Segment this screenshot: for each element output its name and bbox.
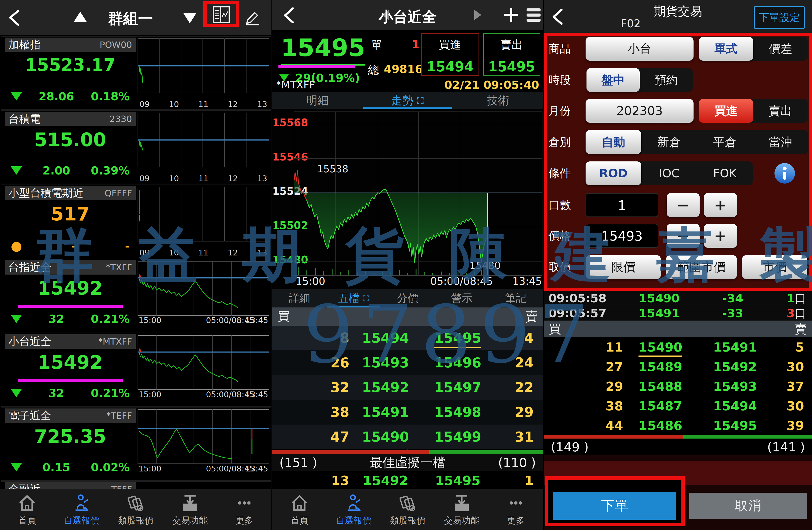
sort-up-icon[interactable] [74,12,87,22]
ask-box[interactable]: 賣出 15495 [483,33,540,76]
book-row[interactable]: 27 15489 15492 30 [544,357,812,376]
edit-pencil-icon[interactable] [244,7,263,26]
watch-row-tsmc[interactable]: 台積電2330 515.00 2.000.39% 0910111213 [1,110,272,184]
bid-qty: 8 [272,330,349,346]
bid-price: 15491 [349,404,422,420]
nav-more[interactable]: 更多 [489,489,543,530]
book-row[interactable]: 38 15491 15498 29 [272,400,543,425]
tab-detail2[interactable]: 詳細 [272,289,327,307]
bottom-nav: 首頁 自選報價 類股報價 交易功能 更多 [272,489,543,530]
ask-qty: 4 [494,330,543,346]
quote-panel: 小台近全 15495 29(0.19%) 單 1 總 49816 買進 1549… [272,0,543,530]
qty-minus-button[interactable]: − [667,193,700,217]
nav-sector-quotes[interactable]: 類股報價 [380,489,435,530]
fok-button[interactable]: FOK [697,161,753,185]
order-settings-button[interactable]: 下單設定 [754,6,805,29]
rod-button[interactable]: ROD [585,161,641,185]
buy-total: (151 ) [279,455,317,470]
reserve-button[interactable]: 預約 [640,68,693,92]
book-row[interactable]: 47 15490 15499 31 [272,425,543,449]
watch-row-tf-fut[interactable]: 金融近TFFF [1,481,272,489]
bid-price: 15493 [349,355,422,371]
new-position-button[interactable]: 新倉 [641,130,697,154]
ask-qty: 1 [494,473,543,488]
nav-watch-quotes[interactable]: 自選報價 [54,489,109,530]
menu-icon[interactable] [525,6,542,23]
book-row[interactable]: 38 15487 15494 30 [544,396,812,416]
sell-ratio [683,435,812,439]
buy-side-button[interactable]: 買進 [699,99,753,123]
intraday-chart[interactable]: 15568 15546 15524 15502 15480 [272,109,543,289]
spread-type-button[interactable]: 價差 [753,37,808,61]
form-row-qty: 口數 1 − + [547,193,809,217]
auto-position-button[interactable]: 自動 [585,130,641,154]
trade-change: -34 [698,291,768,305]
watch-row-te-fut[interactable]: 電子近全*TEFF 725.35 0.150.02% 15:0005:00/08… [1,407,272,481]
ioc-button[interactable]: IOC [641,161,697,185]
back-icon[interactable] [6,9,23,27]
grid-chart-view-icon[interactable] [212,5,230,24]
book-row[interactable]: 44 15486 15495 39 [544,416,812,435]
nav-watch-quotes[interactable]: 自選報價 [327,489,380,530]
trade-qty: 1 [786,291,795,305]
bid-qty: 29 [544,379,623,394]
next-symbol-icon[interactable] [474,10,481,20]
daytrade-button[interactable]: 當沖 [753,130,808,154]
product-label: 商品 [549,37,571,61]
y-tick: 15568 [272,117,292,129]
price-input[interactable]: 15493 [585,224,658,248]
book-row[interactable]: 26 15493 15496 24 [272,350,543,375]
watch-row-powindex[interactable]: 加權指POW00 15523.17 28.060.18% 0910111213 [1,36,272,110]
symbol-code: *TEFF [106,411,132,421]
intraday-button[interactable]: 盤中 [586,68,640,92]
add-icon[interactable] [503,6,520,23]
nav-home[interactable]: 首頁 [0,489,54,530]
bid-box[interactable]: 買進 15494 [421,33,479,76]
tab-technical[interactable]: 技術 [453,92,543,109]
book-row[interactable]: 11 15490 15491 5 [544,337,812,357]
tape-row: 09:05:58 15490 -34 1口 [544,291,812,306]
bottom-nav: 首頁 自選報價 類股報價 交易功能 更多 [0,489,272,530]
tab-detail[interactable]: 明細 [272,92,363,109]
book-row[interactable]: 32 15492 15497 22 [272,375,543,400]
price-minus-button[interactable]: − [667,224,700,248]
bid-price-value: 15490 [638,340,682,357]
submit-order-button[interactable]: 下單 [553,492,676,520]
watch-row-mtx-fut[interactable]: 小台近全*MTXFF 15492 320.21% 15:0005:00/08:4… [1,333,272,406]
limit-price-button[interactable]: 限價 [585,255,661,279]
cancel-button[interactable]: 取消 [689,493,807,519]
range-market-button[interactable]: 範圍市價 [666,255,737,279]
sell-side-button[interactable]: 賣出 [753,99,808,123]
ellipsis-icon [506,493,526,513]
tab-five-depth[interactable]: 五檔 [327,289,380,307]
nav-more[interactable]: 更多 [217,489,272,530]
price-plus-button[interactable]: + [704,224,737,248]
active-tab-underline [363,107,452,109]
tab-price-dist[interactable]: 分價 [380,289,435,307]
qty-plus-button[interactable]: + [704,193,737,217]
product-button[interactable]: 小台 [585,37,694,61]
nav-sector-quotes[interactable]: 類股報價 [109,489,163,530]
month-button[interactable]: 202303 [585,99,694,123]
nav-trade-functions[interactable]: 交易功能 [435,489,489,530]
watchlist-title: 群組一 [98,9,163,29]
group-dropdown-icon[interactable] [183,13,197,23]
qty-input[interactable]: 1 [585,193,658,217]
total-vol-label: 總 [368,62,379,77]
watch-row-tx-fut[interactable]: 台指近全*TXFF 15492 320.21% 15:0005:00/08:45… [1,259,272,332]
person-icon [72,493,91,513]
book-row[interactable]: 29 15488 15493 37 [544,376,812,396]
tab-notes[interactable]: 筆記 [489,289,543,307]
nav-home[interactable]: 首頁 [272,489,327,530]
nav-trade-functions[interactable]: 交易功能 [163,489,217,530]
symbol-name: 金融近 [9,482,41,489]
watch-row-minitsmc-fut[interactable]: 小型台積電期近QFFFF 517 ●-- 0910111213 [1,185,272,258]
quote-header: 小台近全 [272,0,543,30]
close-position-button[interactable]: 平倉 [697,130,753,154]
tab-alert[interactable]: 警示 [435,289,489,307]
book-row[interactable]: 8 15494 15495 4 [272,326,543,350]
single-type-button[interactable]: 單式 [699,37,753,61]
tab-trend[interactable]: 走勢 [363,92,453,109]
market-price-button[interactable]: 市價 [742,255,807,279]
info-icon[interactable] [774,162,796,184]
